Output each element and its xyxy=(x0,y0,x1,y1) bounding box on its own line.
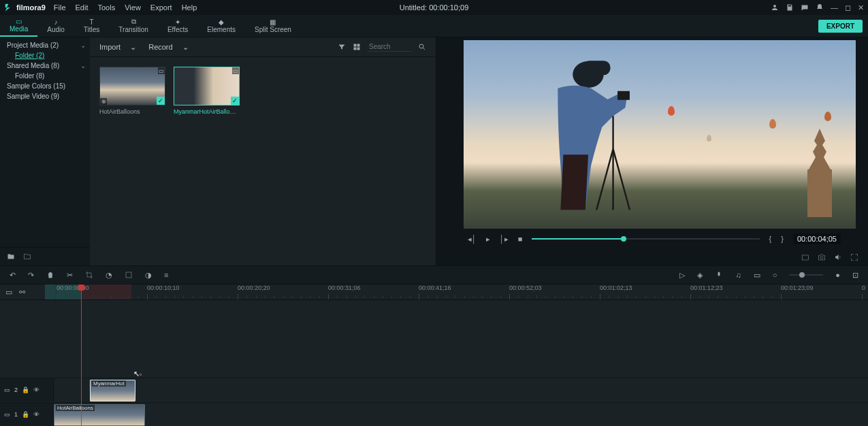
next-frame-icon[interactable]: │▸ xyxy=(500,235,509,244)
tab-audio-label: Audio xyxy=(47,26,65,33)
close-icon[interactable]: ✕ xyxy=(858,3,864,12)
record-dropdown[interactable]: Record⌄ xyxy=(148,43,188,52)
timeline-tracks: ↖▫ ▭ 2 🔒 👁 MyanmarHot ▭ 1 🔒 👁 HotAirBall… xyxy=(0,300,868,426)
timeline-ruler[interactable]: ▭ ⚯ 00:00:00:00 00:00:10;1000:00:20;2000… xyxy=(0,284,868,300)
sidebar-shared-media[interactable]: Shared Media (8)⌄ xyxy=(0,61,90,71)
link-icon[interactable]: ⚯ xyxy=(19,288,25,297)
folder-icon[interactable] xyxy=(23,252,31,261)
sidebar-folder-project[interactable]: Folder (2) xyxy=(0,50,90,61)
playback-slider[interactable] xyxy=(532,238,759,240)
playback-time: 00:00:04;05 xyxy=(793,233,841,244)
balloon-graphic xyxy=(769,119,776,129)
search-input[interactable] xyxy=(368,42,411,52)
redo-icon[interactable]: ↷ xyxy=(28,271,34,280)
track-type-icon: ▭ xyxy=(4,411,10,418)
app-logo: filmora9 xyxy=(4,3,46,12)
undo-icon[interactable]: ↶ xyxy=(10,271,16,280)
menu-help[interactable]: Help xyxy=(182,3,197,12)
play-icon[interactable]: ▸ xyxy=(486,235,490,244)
tab-titles[interactable]: TTitles xyxy=(74,15,110,37)
crop-icon[interactable] xyxy=(85,271,93,279)
menu-view[interactable]: View xyxy=(125,3,141,12)
ruler-tick: 00:01:23;09 xyxy=(781,284,814,291)
voiceover-icon[interactable] xyxy=(715,271,723,279)
grid-view-icon[interactable] xyxy=(353,43,361,51)
track-manage-icon[interactable]: ▭ xyxy=(5,288,12,297)
account-icon[interactable] xyxy=(771,3,779,12)
svg-line-6 xyxy=(613,149,629,210)
timeline: ▭ ⚯ 00:00:00:00 00:00:10;1000:00:20;2000… xyxy=(0,284,868,426)
ruler-tick: 00:01:02;13 xyxy=(600,284,632,291)
prev-frame-icon[interactable]: ◂│ xyxy=(468,235,477,244)
lock-icon[interactable]: 🔒 xyxy=(22,387,29,393)
split-icon[interactable]: ✂ xyxy=(67,271,73,280)
lock-icon[interactable]: 🔒 xyxy=(22,411,29,418)
camera-icon[interactable] xyxy=(818,253,826,261)
filter-icon[interactable] xyxy=(338,43,346,51)
zoom-fit-icon[interactable]: ⊡ xyxy=(852,271,858,280)
menu-file[interactable]: File xyxy=(54,3,66,12)
visibility-icon[interactable]: 👁 xyxy=(33,411,39,418)
render-icon[interactable]: ▷ xyxy=(679,271,685,280)
ruler-tick: 00:00:31;06 xyxy=(328,284,361,291)
zoom-out-icon[interactable]: ○ xyxy=(773,271,777,279)
balloon-graphic xyxy=(824,112,831,121)
speed-icon[interactable]: ◔ xyxy=(106,271,112,280)
save-icon[interactable] xyxy=(786,3,794,12)
maximize-icon[interactable]: ◻ xyxy=(845,3,851,12)
media-clip-hotairballoons[interactable]: ▭ ⊕ ✓ HotAirBalloons xyxy=(99,67,164,115)
adjust-icon[interactable]: ≡ xyxy=(164,271,168,279)
tab-media[interactable]: ▭Media xyxy=(0,15,37,37)
svg-rect-10 xyxy=(718,272,720,276)
track-type-icon: ▭ xyxy=(4,387,10,393)
tab-transition[interactable]: ⧉Transition xyxy=(109,15,158,37)
delete-icon[interactable] xyxy=(46,271,54,279)
stop-icon[interactable]: ■ xyxy=(518,235,523,243)
tab-titles-label: Titles xyxy=(84,26,100,33)
sidebar-folder-shared[interactable]: Folder (8) xyxy=(0,71,90,81)
notification-icon[interactable] xyxy=(816,3,824,12)
video-track-1[interactable]: ▭ 1 🔒 👁 HotAirBalloons xyxy=(0,402,868,426)
sidebar-sample-video[interactable]: Sample Video (9) xyxy=(0,91,90,101)
volume-icon[interactable] xyxy=(834,253,842,261)
import-dropdown[interactable]: Import⌄ xyxy=(99,43,136,52)
timeline-clip-hotairballoons[interactable]: HotAirBalloons xyxy=(54,404,145,426)
visibility-icon[interactable]: 👁 xyxy=(33,387,39,393)
chevron-down-icon: ⌄ xyxy=(80,42,86,49)
greenscreen-icon[interactable]: ◑ xyxy=(145,271,152,280)
sidebar-project-media[interactable]: Project Media (2)⌄ xyxy=(0,40,90,50)
mixer-icon[interactable]: ♫ xyxy=(735,271,741,279)
menu-tools[interactable]: Tools xyxy=(98,3,116,12)
snapshot-icon[interactable] xyxy=(801,253,809,261)
tab-elements-label: Elements xyxy=(207,26,236,33)
menu-edit[interactable]: Edit xyxy=(76,3,89,12)
sidebar-sample-colors[interactable]: Sample Colors (15) xyxy=(0,81,90,91)
video-track-2[interactable]: ▭ 2 🔒 👁 MyanmarHot xyxy=(0,378,868,402)
minimize-icon[interactable]: ― xyxy=(831,3,838,12)
tab-elements[interactable]: ◆Elements xyxy=(197,15,245,37)
export-button[interactable]: EXPORT xyxy=(818,20,863,33)
preview-canvas[interactable] xyxy=(464,40,856,229)
ruler-tick: 00:01:12;23 xyxy=(690,284,723,291)
menu-export[interactable]: Export xyxy=(150,3,172,12)
zoom-in-icon[interactable]: ● xyxy=(835,271,840,279)
main-menu: File Edit Tools View Export Help xyxy=(54,3,197,12)
tab-audio[interactable]: ♪Audio xyxy=(37,15,74,37)
playhead[interactable] xyxy=(81,284,82,426)
marker-icon[interactable]: ◈ xyxy=(697,271,703,280)
track-add-icon[interactable]: ▭ xyxy=(754,271,760,280)
fullscreen-icon[interactable] xyxy=(850,253,858,261)
tab-split-screen[interactable]: ▦Split Screen xyxy=(245,15,301,37)
search-icon[interactable] xyxy=(418,43,426,51)
check-icon: ✓ xyxy=(231,97,239,105)
mark-out-icon[interactable]: } xyxy=(781,235,784,243)
preview-panel: ◂│ ▸ │▸ ■ { } 00:00:04;05 xyxy=(436,37,868,265)
zoom-slider[interactable] xyxy=(789,274,823,276)
mark-in-icon[interactable]: { xyxy=(769,235,772,243)
message-icon[interactable] xyxy=(801,3,809,12)
tab-effects[interactable]: ✦Effects xyxy=(158,15,197,37)
media-clip-myanmar[interactable]: ▭ ✓ MyanmarHotAirBalloons5 xyxy=(174,67,238,115)
timeline-clip-myanmar[interactable]: MyanmarHot xyxy=(90,380,135,402)
new-folder-icon[interactable] xyxy=(7,252,15,261)
color-icon[interactable] xyxy=(125,271,133,279)
